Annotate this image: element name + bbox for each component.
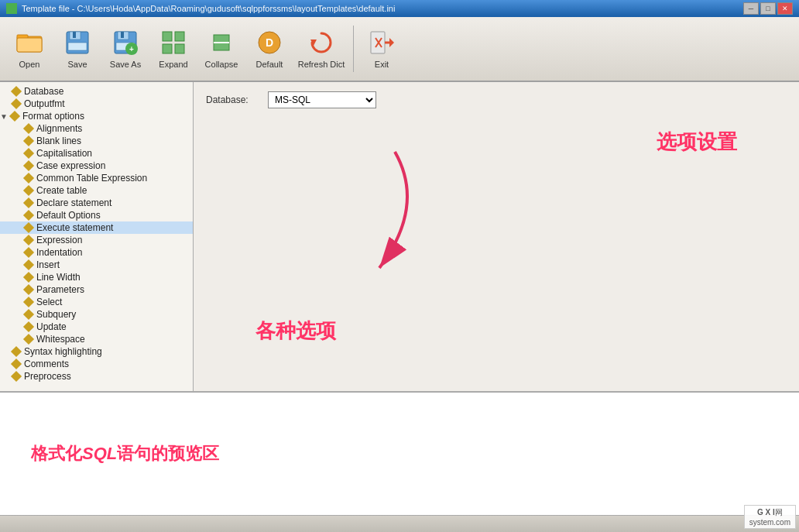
sidebar-item-preprocess[interactable]: Preprocess	[0, 370, 193, 383]
sidebar-item-create-table[interactable]: Create table	[0, 184, 193, 197]
sidebar-item-syntax-highlighting[interactable]: Syntax highlighting	[0, 345, 193, 358]
sidebar-item-format-options[interactable]: ▼Format options	[0, 110, 193, 122]
close-button[interactable]: ✕	[777, 2, 793, 15]
exit-icon	[368, 29, 396, 57]
sidebar-item-parameters[interactable]: Parameters	[0, 283, 193, 296]
tree-item-icon	[11, 371, 22, 382]
save-label: Save	[67, 60, 87, 69]
svg-rect-6	[73, 32, 76, 38]
sidebar-item-blank-lines[interactable]: Blank lines	[0, 135, 193, 147]
sidebar-item-expression[interactable]: Expression	[0, 234, 193, 246]
tree-item-label: Subquery	[36, 309, 76, 320]
content-panel: Database: MS-SQLMySQLOraclePostgreSQL 选项…	[194, 82, 799, 391]
svg-rect-16	[175, 44, 184, 53]
tree-item-icon	[23, 259, 34, 270]
sidebar-item-execute-statement[interactable]: Execute statement	[0, 221, 193, 234]
sidebar-item-default-options[interactable]: Default Options	[0, 209, 193, 221]
tree-item-icon	[23, 197, 34, 208]
save-as-label: Save As	[110, 60, 141, 69]
tree-item-label: Preprocess	[24, 371, 71, 382]
tree-item-icon	[23, 321, 34, 332]
refresh-dict-icon	[307, 29, 335, 57]
tree-item-label: Outputfmt	[24, 98, 65, 109]
default-icon: D	[255, 29, 283, 57]
tree-item-label: Case expression	[36, 160, 105, 171]
expand-label: Expand	[159, 60, 187, 69]
sidebar-item-indentation[interactable]: Indentation	[0, 246, 193, 259]
open-label: Open	[19, 60, 40, 69]
database-select[interactable]: MS-SQLMySQLOraclePostgreSQL	[268, 91, 376, 108]
tree-item-icon	[23, 210, 34, 221]
exit-button[interactable]: Exit	[358, 21, 405, 77]
tree-item-label: Blank lines	[36, 136, 81, 146]
sidebar-tree: DatabaseOutputfmt▼Format optionsAlignmen…	[0, 82, 194, 391]
tree-item-label: Comments	[24, 359, 69, 369]
tree-item-icon	[23, 309, 34, 320]
title-text: Template file - C:\Users\Hoda\AppData\Ro…	[22, 4, 395, 13]
tree-item-label: Select	[36, 297, 62, 307]
sidebar-item-whitespace[interactable]: Whitespace	[0, 333, 193, 345]
tree-item-icon	[23, 272, 34, 283]
preview-label: 格式化SQL语句的预览区	[31, 442, 219, 465]
tree-item-icon	[11, 359, 22, 369]
sidebar-item-case-expression[interactable]: Case expression	[0, 160, 193, 172]
sidebar-item-declare-statement[interactable]: Declare statement	[0, 197, 193, 209]
sidebar-item-insert[interactable]: Insert	[0, 259, 193, 271]
tree-item-label: Syntax highlighting	[24, 346, 102, 357]
sidebar-item-select[interactable]: Select	[0, 296, 193, 308]
default-button[interactable]: D Default	[246, 21, 293, 77]
svg-marker-24	[389, 38, 394, 47]
sidebar-item-database[interactable]: Database	[0, 85, 193, 98]
svg-rect-13	[163, 32, 172, 41]
refresh-dict-button[interactable]: Refresh Dict	[294, 21, 348, 77]
svg-rect-14	[175, 32, 184, 41]
tree-item-icon	[23, 247, 34, 258]
open-button[interactable]: Open	[6, 21, 53, 77]
sidebar-item-outputfmt[interactable]: Outputfmt	[0, 98, 193, 110]
preview-suffix: 语句的预览区	[117, 444, 219, 463]
tree-item-label: Capitalisation	[36, 148, 92, 159]
svg-rect-15	[163, 44, 172, 53]
save-as-button[interactable]: + Save As	[102, 21, 149, 77]
sidebar-item-subquery[interactable]: Subquery	[0, 308, 193, 321]
collapse-label: Collapse	[205, 60, 238, 69]
tree-item-label: Declare statement	[36, 197, 111, 208]
preview-sql: SQL	[82, 444, 117, 463]
svg-rect-10	[121, 32, 124, 38]
toolbar: Open Save + Save As	[0, 17, 799, 82]
minimize-button[interactable]: ─	[743, 2, 759, 15]
sidebar-item-update[interactable]: Update	[0, 321, 193, 333]
folder-open-icon	[15, 29, 43, 57]
sidebar-item-line-width[interactable]: Line Width	[0, 271, 193, 283]
collapse-button[interactable]: Collapse	[198, 21, 245, 77]
tree-item-icon	[23, 334, 34, 345]
tree-item-label: Database	[24, 86, 63, 97]
sidebar-item-common-table-expression[interactable]: Common Table Expression	[0, 172, 193, 184]
sidebar-item-alignments[interactable]: Alignments	[0, 122, 193, 135]
tree-item-label: Line Width	[36, 272, 81, 283]
database-field-row: Database: MS-SQLMySQLOraclePostgreSQL	[206, 91, 787, 108]
tree-item-label: Parameters	[36, 284, 84, 295]
main-area: DatabaseOutputfmt▼Format optionsAlignmen…	[0, 82, 799, 391]
maximize-button[interactable]: □	[760, 2, 776, 15]
tree-item-icon	[23, 160, 34, 171]
annotation-arrow	[271, 144, 441, 299]
save-button[interactable]: Save	[54, 21, 101, 77]
tree-item-label: Indentation	[36, 247, 82, 258]
status-bar: G X I网system.com	[0, 515, 799, 532]
database-field-label: Database:	[206, 94, 268, 105]
preview-area: 格式化SQL语句的预览区	[0, 391, 799, 515]
annotation-items-text: 各种选项	[255, 317, 336, 345]
tree-expand-icon[interactable]: ▼	[0, 112, 8, 121]
tree-item-label: Expression	[36, 235, 82, 245]
sidebar-item-capitalisation[interactable]: Capitalisation	[0, 147, 193, 160]
svg-text:D: D	[266, 36, 273, 49]
expand-button[interactable]: Expand	[150, 21, 197, 77]
default-label: Default	[256, 60, 283, 69]
tree-item-icon	[11, 86, 22, 97]
tree-item-label: Whitespace	[36, 334, 85, 345]
tree-item-icon	[23, 284, 34, 295]
collapse-icon	[207, 29, 235, 57]
sidebar-item-comments[interactable]: Comments	[0, 358, 193, 370]
tree-item-icon	[23, 222, 34, 233]
